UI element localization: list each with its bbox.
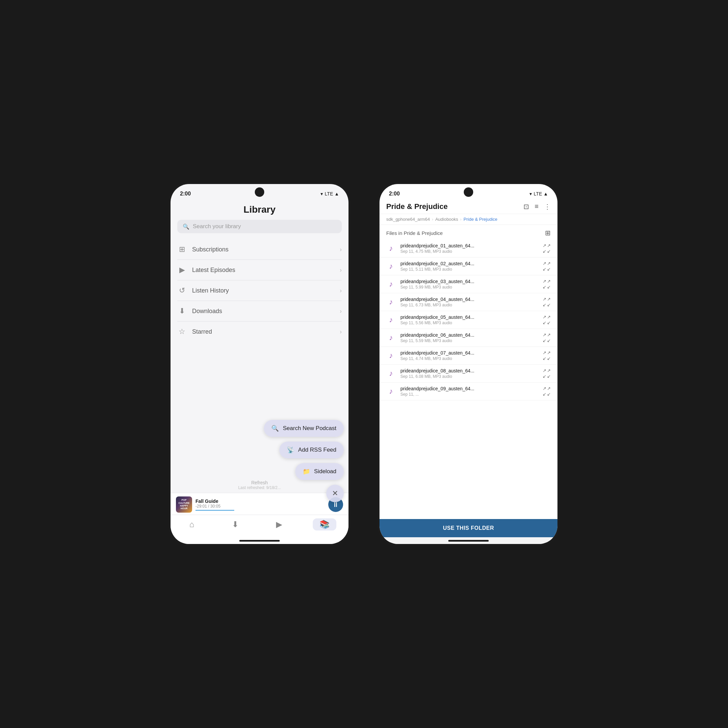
expand-icon[interactable]: ↗ ↗ ↙ ↙ <box>543 279 551 289</box>
file-name: prideandprejudice_08_austen_64... <box>401 368 538 373</box>
music-note-icon: ♪ <box>386 297 396 307</box>
file-list-item[interactable]: ♪ prideandprejudice_09_austen_64... Sep … <box>379 382 557 401</box>
file-info: prideandprejudice_04_austen_64... Sep 11… <box>401 297 538 307</box>
expand-icon[interactable]: ↗ ↗ ↙ ↙ <box>543 350 551 361</box>
menu-label-downloads: Downloads <box>192 308 334 315</box>
chevron-downloads: › <box>340 308 342 315</box>
grid-view-icon[interactable]: ⊞ <box>545 229 551 237</box>
file-info: prideandprejudice_01_austen_64... Sep 11… <box>401 243 538 254</box>
breadcrumb-sep-1: › <box>432 217 433 222</box>
menu-item-latest[interactable]: ▶ Latest Episodes › <box>177 260 342 280</box>
menu-label-subscriptions: Subscriptions <box>192 246 334 253</box>
player-art-text: POPCULTUREHAPPYHOUR <box>179 499 190 510</box>
expand-icon[interactable]: ↗ ↗ ↙ ↙ <box>543 315 551 325</box>
menu-item-history[interactable]: ↺ Listen History › <box>177 280 342 301</box>
file-browser-title: Pride & Prejudice <box>386 202 448 211</box>
search-placeholder: Search your library <box>193 223 241 230</box>
use-folder-button[interactable]: USE THIS FOLDER <box>379 519 557 537</box>
fab-search-podcast[interactable]: 🔍 Search New Podcast <box>264 420 344 437</box>
fab-sideload-label: Sideload <box>314 468 336 475</box>
file-list-item[interactable]: ♪ prideandprejudice_02_austen_64... Sep … <box>379 257 557 275</box>
expand-icon[interactable]: ↗ ↗ ↙ ↙ <box>543 368 551 379</box>
left-phone: 2:00 ▾ LTE ▲ Library 🔍 Search your libra… <box>168 182 350 546</box>
file-meta: Sep 11, 6.73 MB, MP3 audio <box>401 303 538 307</box>
file-meta: Sep 11, 4.75 MB, MP3 audio <box>401 249 538 254</box>
file-name: prideandprejudice_05_austen_64... <box>401 315 538 320</box>
nav-home[interactable]: ⌂ <box>183 518 201 531</box>
expand-icon[interactable]: ↗ ↗ ↙ ↙ <box>543 386 551 397</box>
menu-icon-subscriptions: ⊞ <box>177 245 187 254</box>
status-icons-left: ▾ LTE ▲ <box>321 191 339 196</box>
player-time: -29:01 / 30:05 <box>196 504 325 509</box>
fab-menu: 🔍 Search New Podcast 📡 Add RSS Feed 📁 Si… <box>264 420 344 502</box>
notch-right <box>464 187 473 197</box>
home-bar-left <box>239 540 280 541</box>
file-info: prideandprejudice_02_austen_64... Sep 11… <box>401 261 538 272</box>
more-icon[interactable]: ⋮ <box>544 203 551 211</box>
music-note-icon: ♪ <box>386 279 396 289</box>
files-section-label: Files in Pride & Prejudice <box>386 230 443 236</box>
music-note-icon: ♪ <box>386 315 396 324</box>
file-name: prideandprejudice_09_austen_64... <box>401 386 538 391</box>
file-list-item[interactable]: ♪ prideandprejudice_04_austen_64... Sep … <box>379 293 557 311</box>
time-right: 2:00 <box>389 191 400 197</box>
fab-rss[interactable]: 📡 Add RSS Feed <box>279 442 344 458</box>
lte-label: LTE ▲ <box>325 191 339 196</box>
fab-rss-label: Add RSS Feed <box>298 447 336 453</box>
file-list-item[interactable]: ♪ prideandprejudice_07_austen_64... Sep … <box>379 347 557 365</box>
notch-left <box>255 187 264 197</box>
breadcrumb-audiobooks[interactable]: Audiobooks <box>435 217 458 222</box>
menu-icon-history: ↺ <box>177 286 187 295</box>
file-list-item[interactable]: ♪ prideandprejudice_03_austen_64... Sep … <box>379 275 557 293</box>
menu-item-subscriptions[interactable]: ⊞ Subscriptions › <box>177 239 342 260</box>
fab-close-button[interactable]: ✕ <box>326 485 344 502</box>
menu-item-starred[interactable]: ☆ Starred › <box>177 321 342 342</box>
expand-icon[interactable]: ↗ ↗ ↙ ↙ <box>543 297 551 307</box>
files-section-header: Files in Pride & Prejudice ⊞ <box>379 225 557 240</box>
file-info: prideandprejudice_09_austen_64... Sep 11… <box>401 386 538 397</box>
file-list-item[interactable]: ♪ prideandprejudice_05_austen_64... Sep … <box>379 311 557 329</box>
nav-downloads[interactable]: ⬇ <box>225 518 245 531</box>
fab-sideload-icon: 📁 <box>303 468 310 475</box>
expand-icon[interactable]: ↗ ↗ ↙ ↙ <box>543 332 551 343</box>
new-folder-icon[interactable]: ⊡ <box>523 203 529 211</box>
file-name: prideandprejudice_03_austen_64... <box>401 279 538 284</box>
breadcrumb-pride[interactable]: Pride & Prejudice <box>463 217 497 222</box>
lte-label-right: LTE ▲ <box>534 191 548 196</box>
breadcrumb-sdk[interactable]: sdk_gphone64_arm64 <box>386 217 430 222</box>
menu-icon-downloads: ⬇ <box>177 306 187 316</box>
fab-sideload[interactable]: 📁 Sideload <box>295 463 344 480</box>
wifi-icon: ▾ <box>321 191 323 196</box>
search-icon: 🔍 <box>183 223 190 230</box>
file-list-item[interactable]: ♪ prideandprejudice_01_austen_64... Sep … <box>379 240 557 257</box>
sort-icon[interactable]: ≡ <box>535 203 538 211</box>
file-info: prideandprejudice_06_austen_64... Sep 11… <box>401 332 538 343</box>
file-meta: Sep 11, 5.56 MB, MP3 audio <box>401 321 538 325</box>
menu-icon-starred: ☆ <box>177 327 187 336</box>
file-meta: Sep 11, 6.08 MB, MP3 audio <box>401 374 538 379</box>
library-search-bar[interactable]: 🔍 Search your library <box>177 220 342 233</box>
file-list-item[interactable]: ♪ prideandprejudice_06_austen_64... Sep … <box>379 329 557 347</box>
file-header: Pride & Prejudice ⊡ ≡ ⋮ <box>379 199 557 214</box>
menu-item-downloads[interactable]: ⬇ Downloads › <box>177 301 342 321</box>
home-bar-right <box>448 540 489 541</box>
fab-search-icon: 🔍 <box>271 425 279 432</box>
menu-label-history: Listen History <box>192 287 334 294</box>
nav-video[interactable]: ▶ <box>269 518 289 531</box>
nav-library[interactable]: 📚 <box>313 518 336 531</box>
status-icons-right: ▾ LTE ▲ <box>529 191 548 196</box>
file-info: prideandprejudice_07_austen_64... Sep 11… <box>401 350 538 361</box>
home-indicator-right <box>379 537 557 544</box>
music-note-icon: ♪ <box>386 369 396 378</box>
expand-icon[interactable]: ↗ ↗ ↙ ↙ <box>543 261 551 272</box>
music-note-icon: ♪ <box>386 387 396 396</box>
music-note-icon: ♪ <box>386 244 396 253</box>
music-note-icon: ♪ <box>386 262 396 271</box>
file-list-item[interactable]: ♪ prideandprejudice_08_austen_64... Sep … <box>379 365 557 382</box>
status-bar-left: 2:00 ▾ LTE ▲ <box>171 184 349 199</box>
header-action-icons: ⊡ ≡ ⋮ <box>523 203 551 211</box>
fab-rss-icon: 📡 <box>287 446 294 454</box>
expand-icon[interactable]: ↗ ↗ ↙ ↙ <box>543 243 551 254</box>
file-info: prideandprejudice_05_austen_64... Sep 11… <box>401 315 538 325</box>
time-left: 2:00 <box>180 191 191 197</box>
